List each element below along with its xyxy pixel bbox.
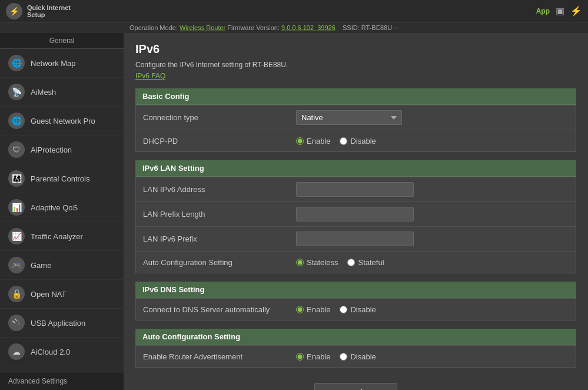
router-advertisement-row: Enable Router Advertisement Enable Disab… — [136, 346, 576, 367]
ipv6-lan-body: LAN IPv6 Address LAN Prefix Length LAN I… — [135, 177, 576, 273]
stateful-radio[interactable] — [347, 259, 355, 266]
sidebar-item-label: Guest Network Pro — [31, 117, 95, 125]
auto-configuration-section: Auto Configuration Setting Enable Router… — [135, 329, 576, 368]
sidebar-general-label: General — [0, 33, 124, 49]
auto-config-setting-control: Stateless Stateful — [296, 258, 569, 267]
firmware-text: Firmware Version: — [227, 24, 281, 31]
dhcp-pd-label: DHCP-PD — [143, 137, 296, 146]
operation-mode-bar: Operation Mode: Wireless Router Firmware… — [0, 22, 588, 33]
dns-auto-label: Connect to DNS Server automatically — [143, 305, 296, 314]
lan-ipv6-address-row: LAN IPv6 Address — [136, 177, 576, 202]
sidebar-item-game[interactable]: 🎮 Game — [0, 251, 124, 280]
lan-ipv6-prefix-input[interactable] — [296, 232, 414, 246]
parental-controls-icon: 👨‍👩‍👧 — [8, 170, 25, 187]
apply-row: Apply — [135, 376, 576, 390]
lan-prefix-length-input[interactable] — [296, 207, 414, 222]
sidebar-item-label: AiProtection — [31, 146, 72, 154]
sidebar-item-label: Network Map — [31, 59, 76, 68]
firmware-link[interactable]: 9.0.0.6.102_39926 — [281, 24, 335, 31]
lan-ipv6-prefix-label: LAN IPv6 Prefix — [143, 234, 296, 243]
apply-button[interactable]: Apply — [314, 383, 397, 390]
dhcp-pd-enable-radio[interactable] — [296, 137, 304, 145]
sidebar-item-aicloud[interactable]: ☁ AiCloud 2.0 — [0, 338, 124, 366]
traffic-analyzer-icon: 📈 — [8, 228, 25, 244]
router-advertisement-label: Enable Router Advertisement — [143, 352, 296, 361]
dns-disable-radio[interactable] — [340, 306, 347, 313]
connection-type-select[interactable]: Native Tunnel 6in4 Tunnel 6to4 Tunnel 6r… — [296, 110, 402, 125]
sidebar-item-parental-controls[interactable]: 👨‍👩‍👧 Parental Controls — [0, 164, 124, 193]
dns-auto-row: Connect to DNS Server automatically Enab… — [136, 299, 576, 320]
sidebar-item-label: USB Application — [31, 319, 85, 328]
guest-network-icon: 🌐 — [8, 113, 25, 129]
router-adv-enable-label[interactable]: Enable — [296, 352, 330, 361]
ipv6-dns-body: Connect to DNS Server automatically Enab… — [135, 298, 576, 320]
connection-type-row: Connection type Native Tunnel 6in4 Tunne… — [136, 105, 576, 130]
top-bar-right: App ▣ ⚡ — [536, 5, 582, 16]
advanced-settings-label[interactable]: Advanced Settings — [0, 372, 124, 390]
router-adv-disable-label[interactable]: Disable — [340, 352, 376, 361]
adaptive-qos-icon: 📊 — [8, 199, 25, 216]
basic-config-body: Connection type Native Tunnel 6in4 Tunne… — [135, 105, 576, 152]
router-adv-enable-radio[interactable] — [296, 353, 304, 361]
aimesh-icon: 📡 — [8, 84, 25, 100]
dns-disable-label[interactable]: Disable — [340, 305, 376, 314]
sidebar-item-aimesh[interactable]: 📡 AiMesh — [0, 78, 124, 107]
open-nat-icon: 🔓 — [8, 286, 25, 302]
dns-enable-label[interactable]: Enable — [296, 305, 330, 314]
dhcp-pd-disable-radio[interactable] — [340, 137, 347, 145]
connection-type-label: Connection type — [143, 113, 296, 122]
auto-configuration-body: Enable Router Advertisement Enable Disab… — [135, 345, 576, 368]
ipv6-dns-header: IPv6 DNS Setting — [135, 282, 576, 298]
connection-type-control: Native Tunnel 6in4 Tunnel 6to4 Tunnel 6r… — [296, 110, 569, 125]
stateless-radio[interactable] — [296, 259, 304, 266]
sidebar-item-label: AiCloud 2.0 — [31, 348, 70, 356]
dhcp-pd-disable-label[interactable]: Disable — [340, 137, 376, 146]
sidebar-item-guest-network-pro[interactable]: 🌐 Guest Network Pro — [0, 107, 124, 135]
ipv6-dns-section: IPv6 DNS Setting Connect to DNS Server a… — [135, 282, 576, 320]
lan-ipv6-prefix-control — [296, 232, 569, 246]
sidebar-item-label: Traffic Analyzer — [31, 232, 83, 241]
sidebar-item-label: Parental Controls — [31, 174, 89, 183]
auto-config-setting-label: Auto Configuration Setting — [143, 258, 296, 267]
sidebar-item-traffic-analyzer[interactable]: 📈 Traffic Analyzer — [0, 222, 124, 251]
lan-prefix-length-label: LAN Prefix Length — [143, 210, 296, 219]
quick-setup-label[interactable]: Quick Internet Setup — [27, 4, 71, 18]
ipv6-lan-header: IPv6 LAN Setting — [135, 160, 576, 177]
dhcp-pd-enable-label[interactable]: Enable — [296, 137, 330, 146]
ipv6-lan-section: IPv6 LAN Setting LAN IPv6 Address LAN Pr… — [135, 160, 576, 273]
app-label: App — [536, 7, 550, 15]
sidebar-item-aiprotection[interactable]: 🛡 AiProtection — [0, 135, 124, 164]
top-bar-left: ⚡ Quick Internet Setup — [6, 3, 536, 19]
sidebar-item-label: Game — [31, 261, 51, 270]
stateful-label[interactable]: Stateful — [347, 258, 384, 267]
dns-enable-radio[interactable] — [296, 306, 304, 313]
sidebar-item-adaptive-qos[interactable]: 📊 Adaptive QoS — [0, 193, 124, 222]
quick-setup-icon: ⚡ — [6, 3, 22, 19]
sidebar-item-network-map[interactable]: 🌐 Network Map — [0, 49, 124, 78]
stateless-label[interactable]: Stateless — [296, 258, 338, 267]
usb-application-icon: 🔌 — [8, 315, 25, 331]
router-advertisement-control: Enable Disable — [296, 352, 569, 361]
lan-ipv6-address-input[interactable] — [296, 182, 414, 197]
sidebar-item-label: Open NAT — [31, 290, 66, 299]
auto-config-setting-row: Auto Configuration Setting Stateless Sta… — [136, 252, 576, 273]
sidebar-item-open-nat[interactable]: 🔓 Open NAT — [0, 280, 124, 309]
page-link[interactable]: IPv6 FAQ — [135, 72, 165, 80]
ssid-label: SSID: — [343, 24, 361, 31]
lan-prefix-length-control — [296, 207, 569, 222]
auto-configuration-header: Auto Configuration Setting — [135, 329, 576, 345]
usb-icon: ⚡ — [570, 5, 582, 16]
lan-ipv6-address-label: LAN IPv6 Address — [143, 185, 296, 194]
sidebar: General 🌐 Network Map 📡 AiMesh 🌐 Guest N… — [0, 33, 124, 390]
basic-config-section: Basic Config Connection type Native Tunn… — [135, 88, 576, 152]
game-icon: 🎮 — [8, 257, 25, 273]
top-bar: ⚡ Quick Internet Setup App ▣ ⚡ — [0, 0, 588, 22]
op-mode-link[interactable]: Wireless Router — [180, 24, 225, 31]
dhcp-pd-control: Enable Disable — [296, 137, 569, 146]
sidebar-item-label: Adaptive QoS — [31, 203, 78, 212]
router-adv-disable-radio[interactable] — [340, 353, 347, 361]
page-desc: Configure the IPv6 Internet setting of R… — [135, 61, 576, 69]
sidebar-item-usb-application[interactable]: 🔌 USB Application — [0, 309, 124, 338]
network-map-icon: 🌐 — [8, 55, 25, 71]
main-layout: General 🌐 Network Map 📡 AiMesh 🌐 Guest N… — [0, 33, 588, 390]
